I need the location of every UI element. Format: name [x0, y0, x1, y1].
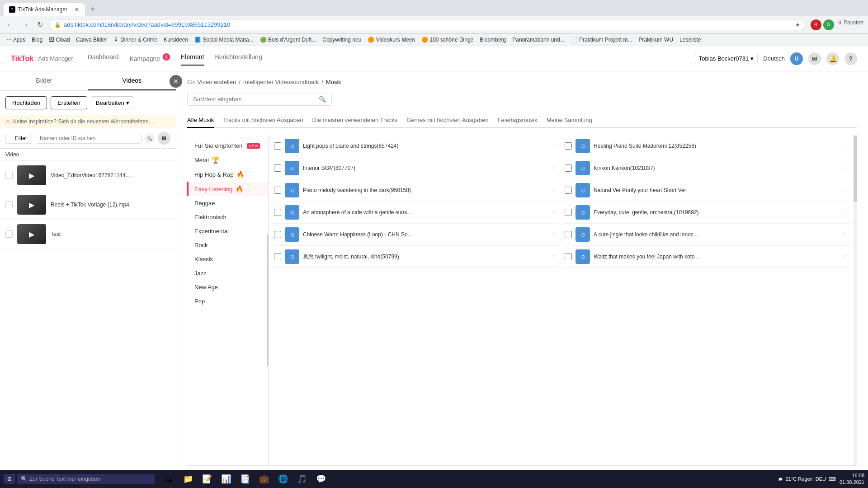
mail-icon[interactable]: ✉ [808, 52, 821, 65]
taskbar-app-word[interactable]: 📝 [198, 471, 216, 487]
genre-rock[interactable]: Rock [187, 238, 268, 252]
tab-genres-spend[interactable]: Genres mit höchsten Ausgaben [406, 113, 488, 128]
track-checkbox-8[interactable] [565, 164, 572, 172]
account-selector[interactable]: Tobias Becker0731 ▾ [695, 53, 758, 64]
bookmark-lese[interactable]: Leseliste [677, 36, 703, 44]
forward-btn[interactable]: → [19, 19, 32, 31]
new-tab-btn[interactable]: + [87, 3, 99, 16]
list-item[interactable]: ▶ Test [0, 220, 176, 249]
language-selector[interactable]: Deutsch [763, 55, 785, 62]
upload-btn[interactable]: Hochladen [5, 96, 47, 109]
genre-scrollbar[interactable] [267, 135, 269, 465]
video-checkbox-3[interactable] [5, 230, 13, 238]
genre-easy-listening[interactable]: Easy Listening 🔥 [187, 182, 268, 196]
active-tab[interactable]: T TikTok Ads-Manager ✕ [4, 3, 85, 16]
bookmark-dinner[interactable]: 🎙 Dinner & Crime [111, 36, 160, 44]
bookmark-kurs[interactable]: Kursideen [161, 36, 191, 44]
extension2-btn[interactable]: G [823, 19, 834, 30]
search-icon[interactable]: 🔍 [145, 134, 154, 143]
breadcrumb-part1[interactable]: Ein Video erstellen [187, 79, 236, 85]
track-checkbox-1[interactable] [274, 142, 281, 150]
taskbar-search[interactable]: 🔍 Zur Suche Text hier eingeben [17, 474, 155, 484]
taskbar-app-excel[interactable]: 📊 [217, 471, 235, 487]
track-checkbox-2[interactable] [274, 164, 281, 172]
genre-reggae[interactable]: Reggae [187, 196, 268, 210]
track-checkbox-6[interactable] [274, 253, 281, 260]
nav-berichterstellung[interactable]: Berichterstellung [215, 52, 262, 65]
grid-view-icon[interactable]: ⊞ [158, 132, 170, 145]
bookmark-panorama[interactable]: Panoramabahn und... [509, 36, 567, 44]
taskbar-app-teams[interactable]: 💼 [255, 471, 273, 487]
edit-btn[interactable]: Bearbeiten ▾ [91, 96, 134, 109]
video-checkbox-2[interactable] [5, 201, 13, 208]
genre-experimental[interactable]: Experimental [187, 224, 268, 238]
tab-videos[interactable]: Videos [88, 71, 176, 90]
nav-kampagne[interactable]: Kampagne 8 [129, 52, 170, 65]
tab-most-used[interactable]: Die meisten verwendeten Tracks [312, 113, 398, 128]
track-heart-6[interactable]: ♡ [552, 253, 557, 260]
track-heart-4[interactable]: ♡ [552, 209, 557, 216]
bookmark-canva[interactable]: 🖼 Cload – Canva Bilder [46, 36, 110, 44]
genre-hiphop[interactable]: Hip Hop & Rap 🔥 [187, 167, 268, 182]
user-avatar[interactable]: U [790, 52, 803, 65]
nav-element[interactable]: Element [181, 52, 204, 65]
bookmark-100[interactable]: 🟠 100 schöne Dinge [419, 36, 476, 44]
taskbar-app-spotify[interactable]: 🎵 [293, 471, 311, 487]
back-btn[interactable]: ← [4, 19, 16, 31]
tab-feiertagsmusik[interactable]: Feiertagsmusik [498, 113, 538, 128]
track-checkbox-12[interactable] [565, 253, 572, 260]
track-checkbox-5[interactable] [274, 231, 281, 238]
video-checkbox-1[interactable] [5, 172, 13, 179]
address-bar[interactable]: 🔒 ads.tiktok.com/i18n/library/video?aadv… [48, 19, 806, 30]
close-panel-btn[interactable]: ✕ [170, 75, 182, 88]
track-heart-3[interactable]: ♡ [552, 187, 557, 194]
music-search-input[interactable] [193, 96, 315, 103]
pause-btn[interactable]: ⏸ Pausiert [836, 19, 864, 30]
taskbar-app-chat[interactable]: 💬 [312, 471, 330, 487]
track-scrollbar[interactable] [854, 135, 857, 465]
track-checkbox-3[interactable] [274, 187, 281, 194]
search-input[interactable] [36, 133, 142, 144]
bookmark-video[interactable]: 🟠 Videokurs Ideen [365, 36, 418, 44]
track-checkbox-10[interactable] [565, 209, 572, 216]
track-heart-11[interactable]: ♡ [842, 231, 848, 238]
track-heart-8[interactable]: ♡ [842, 164, 848, 172]
track-heart-7[interactable]: ♡ [842, 142, 848, 150]
music-search-icon[interactable]: 🔍 [319, 96, 326, 103]
taskbar-app-ppt[interactable]: 📑 [236, 471, 254, 487]
create-btn[interactable]: Erstellen [51, 96, 87, 109]
genre-metal[interactable]: Metal 🏆 [187, 153, 268, 167]
track-heart-1[interactable]: ♡ [552, 142, 557, 150]
track-heart-5[interactable]: ♡ [552, 231, 557, 238]
genre-pop[interactable]: Pop [187, 294, 268, 308]
genre-jazz[interactable]: Jazz [187, 266, 268, 280]
track-checkbox-7[interactable] [565, 142, 572, 150]
track-heart-12[interactable]: ♡ [842, 253, 848, 260]
taskbar-app-files[interactable]: 📁 [179, 471, 197, 487]
tab-alle-musik[interactable]: Alle Musik [187, 113, 214, 128]
extension-btn[interactable]: R [811, 19, 821, 30]
genre-empfohlen[interactable]: Für Sie empfohlen NEW [187, 139, 268, 153]
taskbar-app-explorer[interactable]: 🗂 [160, 471, 178, 487]
taskbar-app-browser[interactable]: 🌐 [274, 471, 292, 487]
bookmark-blog[interactable]: Blog [29, 36, 45, 44]
track-checkbox-9[interactable] [565, 187, 572, 194]
bookmark-copy[interactable]: Copywriting neu [320, 36, 364, 44]
bell-icon[interactable]: 🔔 [826, 52, 839, 65]
track-checkbox-4[interactable] [274, 209, 281, 216]
filter-btn[interactable]: + Filter [5, 133, 32, 144]
reload-btn[interactable]: ↻ [34, 19, 46, 31]
track-heart-9[interactable]: ♡ [842, 187, 848, 194]
list-item[interactable]: ▶ Reels + TikTok Vorlage (12).mp4 [0, 190, 176, 220]
nav-dashboard[interactable]: Dashboard [88, 52, 119, 65]
bookmark-social[interactable]: 📘 Social Media Mana... [192, 36, 256, 44]
genre-klassik[interactable]: Klassik [187, 252, 268, 266]
bookmark-wu[interactable]: Praktikum WU [636, 36, 676, 44]
tab-highest-spend[interactable]: Tracks mit höchsten Ausgaben [223, 113, 303, 128]
genre-elektronisch[interactable]: Elektronisch [187, 210, 268, 224]
help-icon[interactable]: ? [844, 52, 857, 65]
tab-bilder[interactable]: Bilder [0, 71, 88, 90]
bookmark-apps[interactable]: ⋯ Apps [4, 36, 28, 44]
track-heart-10[interactable]: ♡ [842, 209, 848, 216]
bookmark-praktikum[interactable]: 📄 Praktikum Projekt m... [568, 36, 635, 44]
